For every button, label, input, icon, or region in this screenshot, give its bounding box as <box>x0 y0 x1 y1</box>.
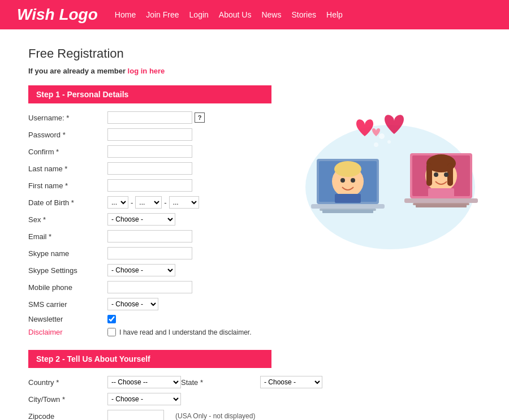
skype-input[interactable] <box>107 247 192 259</box>
confirm-label: Confirm * <box>28 148 107 156</box>
step2-header: Step 2 - Tell Us About Yourself <box>28 350 271 368</box>
citytown-label: City/Town * <box>28 395 107 404</box>
disclaimer-link[interactable]: Disclaimer <box>28 328 107 336</box>
nav-login[interactable]: Login <box>189 10 209 19</box>
firstname-row: First name * <box>28 179 283 192</box>
page-title: Free Registration <box>28 46 481 61</box>
dob-month-select[interactable]: ...JanFebMar <box>135 196 162 209</box>
zipcode-note-col: (USA Only - not displayed) <box>175 412 255 420</box>
svg-rect-22 <box>416 204 467 207</box>
nav-home[interactable]: Home <box>115 10 136 19</box>
mobile-label: Mobile phone <box>28 283 107 292</box>
nav-help[interactable]: Help <box>326 10 343 19</box>
header: Wish Logo Home Join Free Login About Us … <box>0 0 509 29</box>
firstname-label: First name * <box>28 181 107 190</box>
username-label: Username: * <box>28 114 107 122</box>
disclaimer-check-wrap: I have read and I understand the disclai… <box>107 328 251 336</box>
lastname-field <box>107 162 192 175</box>
sex-field: - Choose -MaleFemale <box>107 213 175 226</box>
login-link[interactable]: log in here <box>128 67 165 75</box>
nav-news[interactable]: News <box>261 10 281 19</box>
member-notice: If you are already a member log in here <box>28 67 481 75</box>
password-field <box>107 128 192 141</box>
dob-label: Date of Birth * <box>28 198 107 207</box>
dob-field: ...123 - ...JanFebMar - ...200019991998 <box>107 196 199 209</box>
mobile-input[interactable] <box>107 281 192 293</box>
newsletter-checkbox[interactable] <box>107 315 116 323</box>
email-input[interactable] <box>107 230 192 243</box>
disclaimer-checkbox[interactable] <box>107 328 116 336</box>
zipcode-input[interactable] <box>107 410 164 420</box>
sex-select[interactable]: - Choose -MaleFemale <box>107 213 175 226</box>
help-icon[interactable]: ? <box>195 112 205 123</box>
country-state-row: Country * -- Choose --USAUKCanada State … <box>28 376 283 388</box>
username-input[interactable] <box>107 111 192 124</box>
svg-point-23 <box>379 133 385 139</box>
skype-field <box>107 247 192 259</box>
svg-point-24 <box>387 140 391 144</box>
step2-section: Step 2 - Tell Us About Yourself Country … <box>28 350 283 420</box>
mobile-row: Mobile phone <box>28 281 283 293</box>
zipcode-row: Zipcode (USA Only - not displayed) <box>28 410 283 420</box>
skype-settings-field: - Choose -Option 1Option 2 <box>107 264 175 276</box>
svg-point-4 <box>334 161 361 177</box>
navigation: Home Join Free Login About Us News Stori… <box>115 10 343 19</box>
sms-label: SMS carrier <box>28 300 107 309</box>
logo[interactable]: Wish Logo <box>17 6 98 24</box>
newsletter-row: Newsletter <box>28 315 283 323</box>
illustration-svg <box>300 97 481 255</box>
sms-select[interactable]: - Choose -Option 1Option 2 <box>107 298 158 310</box>
main-content: Free Registration If you are already a m… <box>0 29 509 420</box>
skype-label: Skype name <box>28 249 107 258</box>
email-field <box>107 230 192 243</box>
citytown-select[interactable]: - Choose -New YorkLos Angeles <box>107 393 181 405</box>
dob-row: Date of Birth * ...123 - ...JanFebMar - … <box>28 196 283 209</box>
zipcode-col: Zipcode <box>28 410 164 420</box>
state-col: State * - Choose -AlabamaAlaska <box>181 376 322 388</box>
confirm-field <box>107 145 192 158</box>
sex-row: Sex * - Choose -MaleFemale <box>28 213 283 226</box>
svg-rect-8 <box>311 204 385 209</box>
password-label: Password * <box>28 131 107 139</box>
zipcode-label: Zipcode <box>28 412 107 421</box>
sms-field: - Choose -Option 1Option 2 <box>107 298 158 310</box>
state-select[interactable]: - Choose -AlabamaAlaska <box>260 376 322 388</box>
svg-rect-15 <box>426 163 432 186</box>
disclaimer-row: Disclaimer I have read and I understand … <box>28 328 283 336</box>
newsletter-field <box>107 315 116 323</box>
svg-point-17 <box>434 172 438 177</box>
lastname-label: Last name * <box>28 164 107 173</box>
email-row: Email * <box>28 230 283 243</box>
password-input[interactable] <box>107 128 192 141</box>
zipcode-note: (USA Only - not displayed) <box>175 412 255 420</box>
content-wrapper: Step 1 - Personal Details Username: * ? … <box>28 85 481 420</box>
lastname-row: Last name * <box>28 162 283 175</box>
dob-day-select[interactable]: ...123 <box>107 196 128 209</box>
nav-join-free[interactable]: Join Free <box>146 10 179 19</box>
form-section: Step 1 - Personal Details Username: * ? … <box>28 85 283 420</box>
email-label: Email * <box>28 232 107 241</box>
citytown-row: City/Town * - Choose -New YorkLos Angele… <box>28 393 283 405</box>
password-row: Password * <box>28 128 283 141</box>
username-row: Username: * ? <box>28 111 283 124</box>
confirm-input[interactable] <box>107 145 192 158</box>
skype-settings-select[interactable]: - Choose -Option 1Option 2 <box>107 264 175 276</box>
skype-row: Skype name <box>28 247 283 259</box>
firstname-input[interactable] <box>107 179 192 192</box>
svg-point-5 <box>340 178 345 183</box>
country-label: Country * <box>28 378 107 387</box>
illustration <box>294 85 486 255</box>
skype-settings-label: Skype Settings <box>28 266 107 275</box>
username-field: ? <box>107 111 205 124</box>
country-select[interactable]: -- Choose --USAUKCanada <box>107 376 181 388</box>
svg-rect-19 <box>428 188 454 197</box>
state-label: State * <box>181 378 260 387</box>
lastname-input[interactable] <box>107 162 192 175</box>
nav-stories[interactable]: Stories <box>291 10 316 19</box>
nav-about-us[interactable]: About Us <box>219 10 252 19</box>
svg-point-25 <box>374 142 378 147</box>
confirm-row: Confirm * <box>28 145 283 158</box>
sex-label: Sex * <box>28 215 107 224</box>
sms-row: SMS carrier - Choose -Option 1Option 2 <box>28 298 283 310</box>
dob-year-select[interactable]: ...200019991998 <box>169 196 199 209</box>
